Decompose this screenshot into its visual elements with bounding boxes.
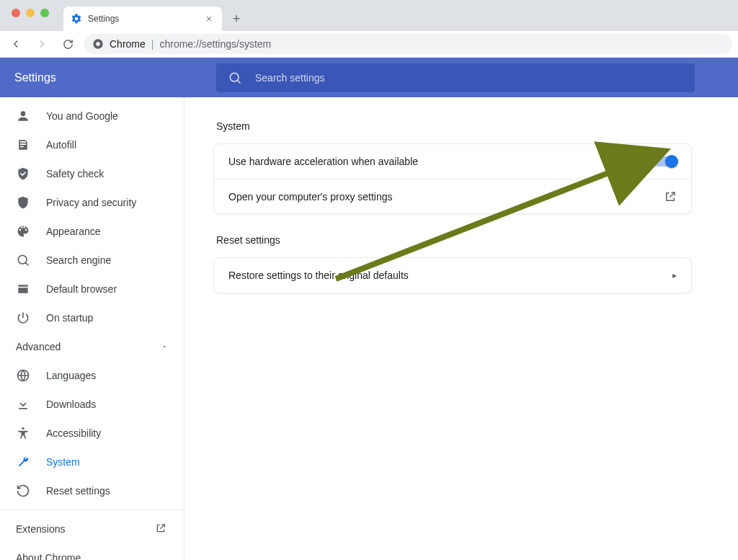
chrome-icon xyxy=(92,38,104,50)
sidebar-about[interactable]: About Chrome xyxy=(0,543,184,560)
sidebar-item-label: Default browser xyxy=(46,283,117,295)
sidebar-divider xyxy=(0,510,184,510)
window-traffic-lights xyxy=(7,0,53,31)
search-icon xyxy=(16,253,30,267)
privacy-icon xyxy=(16,195,30,210)
sidebar-item-downloads[interactable]: Downloads xyxy=(0,390,184,419)
sidebar-item-label: Search engine xyxy=(46,254,111,266)
window-maximize-dot[interactable] xyxy=(40,9,49,17)
appearance-icon xyxy=(16,224,30,239)
sidebar-item-label: You and Google xyxy=(46,110,118,122)
address-bar[interactable]: Chrome | chrome://settings/system xyxy=(84,34,732,54)
new-tab-button[interactable]: + xyxy=(226,9,246,29)
browser-toolbar: Chrome | chrome://settings/system xyxy=(0,31,738,58)
sidebar-item-privacy-and-security[interactable]: Privacy and security xyxy=(0,188,184,217)
svg-point-1 xyxy=(96,42,99,45)
svg-point-3 xyxy=(18,255,27,264)
reset-card: Restore settings to their original defau… xyxy=(213,257,692,293)
extensions-label: Extensions xyxy=(16,523,65,535)
sidebar-item-system[interactable]: System xyxy=(0,448,184,476)
download-icon xyxy=(16,397,30,412)
svg-point-5 xyxy=(22,427,24,430)
sidebar-extensions[interactable]: Extensions xyxy=(0,515,184,543)
sidebar-item-label: Reset settings xyxy=(46,485,110,497)
chevron-right-icon: ▸ xyxy=(672,270,677,280)
person-icon xyxy=(16,109,30,123)
system-card: Use hardware acceleration when available… xyxy=(213,143,692,214)
sidebar-item-label: System xyxy=(46,456,80,468)
proxy-settings-label: Open your computer's proxy settings xyxy=(228,191,393,203)
toggle-knob xyxy=(665,155,678,168)
wrench-icon xyxy=(16,455,30,469)
sidebar-item-search-engine[interactable]: Search engine xyxy=(0,246,184,275)
svg-point-2 xyxy=(230,73,239,81)
settings-search-input[interactable] xyxy=(255,72,683,84)
about-label: About Chrome xyxy=(16,552,81,560)
restore-defaults-row[interactable]: Restore settings to their original defau… xyxy=(214,258,691,293)
sidebar-item-label: Privacy and security xyxy=(46,197,136,208)
external-link-icon xyxy=(664,190,677,203)
search-icon xyxy=(228,71,242,85)
sidebar-item-languages[interactable]: Languages xyxy=(0,361,184,390)
settings-sidebar: You and GoogleAutofillSafety checkPrivac… xyxy=(0,97,184,560)
content-area: You and GoogleAutofillSafety checkPrivac… xyxy=(0,97,738,560)
url-prefix: Chrome xyxy=(110,38,146,50)
sidebar-item-label: Autofill xyxy=(46,139,76,151)
window-close-dot[interactable] xyxy=(12,9,20,17)
url-divider: | xyxy=(151,38,154,50)
tab-close-icon[interactable] xyxy=(203,13,215,25)
sidebar-item-label: Languages xyxy=(46,370,96,381)
sidebar-item-safety-check[interactable]: Safety check xyxy=(0,159,184,188)
browser-tab[interactable]: Settings xyxy=(63,6,222,31)
hardware-accel-toggle[interactable] xyxy=(652,156,677,166)
globe-icon xyxy=(16,368,30,383)
sidebar-item-you-and-google[interactable]: You and Google xyxy=(0,102,184,130)
url-path: chrome://settings/system xyxy=(159,38,271,50)
sidebar-item-reset-settings[interactable]: Reset settings xyxy=(0,476,184,505)
window-minimize-dot[interactable] xyxy=(26,9,35,17)
advanced-toggle[interactable]: Advanced xyxy=(0,332,184,361)
sidebar-item-on-startup[interactable]: On startup xyxy=(0,303,184,332)
restore-defaults-label: Restore settings to their original defau… xyxy=(228,270,409,281)
settings-title: Settings xyxy=(14,71,202,84)
proxy-settings-row[interactable]: Open your computer's proxy settings xyxy=(214,179,691,213)
tab-strip: Settings + xyxy=(0,0,738,31)
chevron-up-icon xyxy=(161,341,168,352)
section-system-title: System xyxy=(216,120,721,132)
safety-icon xyxy=(16,166,30,181)
settings-search-box[interactable] xyxy=(216,63,695,92)
advanced-label: Advanced xyxy=(16,341,61,352)
hardware-accel-row[interactable]: Use hardware acceleration when available xyxy=(214,144,691,179)
reload-button[interactable] xyxy=(58,34,78,54)
a11y-icon xyxy=(16,426,30,440)
sidebar-item-label: Accessibility xyxy=(46,427,101,439)
sidebar-item-autofill[interactable]: Autofill xyxy=(0,130,184,159)
settings-main: System Use hardware acceleration when av… xyxy=(184,97,738,560)
forward-button[interactable] xyxy=(32,34,52,54)
sidebar-item-label: Safety check xyxy=(46,168,104,179)
sidebar-item-appearance[interactable]: Appearance xyxy=(0,217,184,246)
power-icon xyxy=(16,311,30,325)
sidebar-item-label: Downloads xyxy=(46,399,96,410)
gear-icon xyxy=(71,13,82,25)
section-reset-title: Reset settings xyxy=(216,234,721,246)
hardware-accel-label: Use hardware acceleration when available xyxy=(228,156,418,167)
sidebar-item-label: On startup xyxy=(46,312,93,324)
sidebar-item-label: Appearance xyxy=(46,226,101,237)
tab-title: Settings xyxy=(88,14,197,24)
browser-icon xyxy=(16,282,30,296)
back-button[interactable] xyxy=(6,34,26,54)
reset-icon xyxy=(16,484,30,498)
autofill-icon xyxy=(16,138,30,152)
external-link-icon xyxy=(155,523,168,535)
settings-header: Settings xyxy=(0,58,738,97)
sidebar-item-accessibility[interactable]: Accessibility xyxy=(0,419,184,448)
sidebar-item-default-browser[interactable]: Default browser xyxy=(0,275,184,303)
